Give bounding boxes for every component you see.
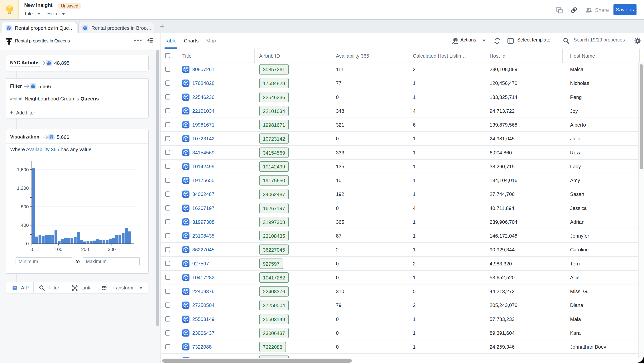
svg-text:0: 0 (30, 247, 33, 252)
svg-text:400: 400 (21, 222, 28, 228)
svg-text:100: 100 (54, 247, 62, 252)
svg-text:1,600: 1,600 (17, 167, 29, 172)
svg-text:800: 800 (21, 204, 28, 209)
svg-text:1,200: 1,200 (17, 186, 29, 191)
svg-text:200: 200 (81, 247, 89, 252)
svg-text:300: 300 (108, 247, 116, 252)
svg-text:0: 0 (26, 241, 29, 246)
